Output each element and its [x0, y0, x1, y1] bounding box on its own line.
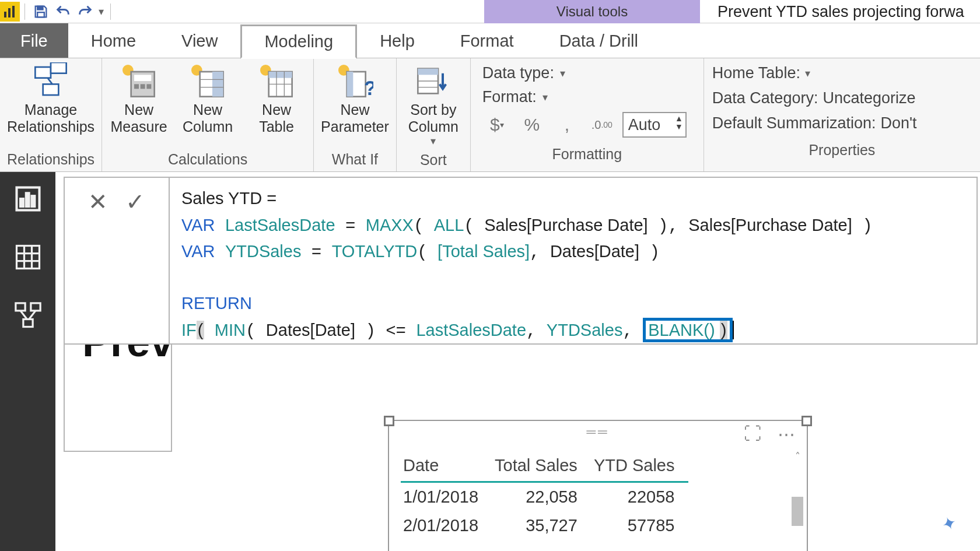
tab-modeling[interactable]: Modeling [240, 24, 357, 59]
sort-icon [415, 64, 452, 98]
svg-rect-28 [347, 72, 354, 97]
tab-help[interactable]: Help [357, 23, 438, 58]
view-switcher [0, 172, 55, 551]
format-dropdown[interactable]: ▾ [542, 91, 548, 104]
scroll-thumb[interactable] [792, 497, 803, 526]
home-table-label: Home Table: [712, 64, 800, 82]
group-label-sort: Sort [420, 149, 447, 172]
report-view-button[interactable] [13, 184, 43, 214]
data-type-label: Data type: [482, 64, 554, 82]
svg-rect-38 [16, 246, 39, 269]
currency-button[interactable]: $ ▾ [482, 113, 512, 137]
document-title: Prevent YTD sales projecting forwa [718, 0, 964, 23]
save-button[interactable] [30, 1, 52, 23]
commit-formula-button[interactable]: ✓ [125, 188, 145, 215]
data-type-dropdown[interactable]: ▾ [560, 67, 565, 80]
ribbon-tabs: File Home View Modeling Help Format Data… [0, 23, 980, 58]
svg-rect-12 [134, 84, 139, 89]
group-properties: Home Table: ▾ Data Category: Uncategoriz… [704, 58, 980, 171]
formula-editor[interactable]: Sales YTD = VAR LastSalesDate = MAXX( AL… [170, 178, 977, 343]
table-icon [258, 64, 295, 98]
default-summarization-label: Default Summarization: [712, 114, 876, 132]
svg-rect-6 [51, 62, 66, 73]
svg-rect-1 [8, 8, 10, 17]
thousands-button[interactable]: , [552, 113, 582, 137]
manage-relationships-label: Manage Relationships [7, 101, 94, 135]
data-category-value: Uncategorize [822, 89, 915, 107]
table-visual[interactable]: ══ ⛶ ⋯ Date Total Sales YTD Sales 1/01/2… [388, 420, 808, 551]
svg-rect-14 [146, 84, 151, 89]
svg-line-47 [29, 311, 35, 320]
more-options-icon[interactable]: ⋯ [778, 424, 795, 444]
group-formatting: Data type: ▾ Format: ▾ $ ▾ % , .0.00 Aut… [471, 58, 704, 171]
svg-rect-35 [20, 199, 23, 206]
format-label: Format: [482, 88, 537, 106]
new-column-button[interactable]: New Column [176, 62, 240, 138]
scroll-up-icon[interactable]: ˄ [792, 450, 803, 463]
focus-mode-icon[interactable]: ⛶ [744, 424, 761, 444]
resize-handle[interactable] [802, 416, 812, 426]
decimals-button[interactable]: .0.00 [587, 113, 617, 137]
svg-rect-36 [26, 193, 29, 206]
watermark-icon: ✦ [939, 511, 960, 535]
tab-view[interactable]: View [159, 23, 240, 58]
new-table-label: New Table [259, 101, 294, 135]
svg-rect-31 [418, 69, 438, 75]
sort-by-column-button[interactable]: Sort by Column ▾ [401, 62, 466, 149]
data-category-label: Data Category: [712, 89, 818, 107]
formula-bar-controls: ✕ ✓ [65, 178, 170, 343]
col-date[interactable]: Date [401, 452, 492, 482]
undo-button[interactable] [52, 1, 74, 23]
redo-button[interactable] [74, 1, 96, 23]
separator [24, 3, 25, 20]
group-label-whatif: What If [332, 149, 378, 171]
svg-rect-4 [37, 12, 44, 17]
scrollbar[interactable]: ˄ [792, 462, 803, 549]
qat-customize-dropdown[interactable]: ▾ [96, 5, 106, 18]
relationships-icon [32, 64, 69, 98]
report-canvas: Prev ✕ ✓ Sales YTD = VAR LastSalesDate =… [55, 172, 980, 551]
svg-rect-5 [35, 67, 51, 78]
drag-grip-icon[interactable]: ══ [586, 424, 609, 440]
svg-rect-17 [212, 72, 223, 97]
tab-file[interactable]: File [0, 23, 68, 58]
col-ytd-sales[interactable]: YTD Sales [592, 452, 689, 482]
svg-line-46 [20, 311, 27, 320]
group-calculations: New Measure New Column New Table Calcula… [102, 58, 314, 171]
table-body: Date Total Sales YTD Sales 1/01/2018 22,… [389, 447, 807, 540]
new-parameter-label: New Parameter [321, 101, 389, 135]
group-sort: Sort by Column ▾ Sort [397, 58, 471, 171]
table-row: 1/01/2018 22,058 22058 [401, 482, 688, 512]
col-total-sales[interactable]: Total Sales [492, 452, 592, 482]
decimal-places-spinner[interactable]: Auto ▲▼ [622, 112, 687, 138]
home-table-dropdown[interactable]: ▾ [805, 67, 810, 80]
svg-rect-22 [269, 72, 292, 78]
svg-rect-43 [15, 303, 24, 311]
tab-home[interactable]: Home [68, 23, 159, 58]
model-view-button[interactable] [13, 300, 43, 331]
sort-by-column-label: Sort by Column [408, 101, 459, 135]
new-parameter-button[interactable]: ? New Parameter [318, 62, 391, 138]
new-table-button[interactable]: New Table [244, 62, 309, 138]
data-view-button[interactable] [13, 242, 43, 272]
chevron-down-icon: ▾ [430, 135, 436, 148]
ribbon: Manage Relationships Relationships New M… [0, 58, 980, 172]
svg-rect-13 [141, 84, 145, 89]
svg-text:?: ? [364, 77, 373, 99]
parameter-icon: ? [336, 64, 373, 98]
contextual-tab-header: Visual tools [484, 0, 700, 23]
svg-rect-11 [134, 75, 151, 81]
svg-rect-44 [30, 303, 40, 311]
formula-bar: ✕ ✓ Sales YTD = VAR LastSalesDate = MAXX… [64, 177, 978, 345]
new-measure-button[interactable]: New Measure [107, 62, 171, 138]
quick-access-toolbar: ▾ Visual tools Prevent YTD sales project… [0, 0, 980, 23]
tab-data-drill[interactable]: Data / Drill [537, 23, 661, 58]
decimal-places-value: Auto [628, 116, 661, 134]
cancel-formula-button[interactable]: ✕ [88, 188, 108, 215]
group-label-calculations: Calculations [168, 149, 247, 171]
percent-button[interactable]: % [517, 113, 547, 137]
svg-rect-3 [37, 6, 43, 9]
tab-format[interactable]: Format [438, 23, 537, 58]
manage-relationships-button[interactable]: Manage Relationships [5, 62, 97, 138]
resize-handle[interactable] [384, 416, 394, 426]
